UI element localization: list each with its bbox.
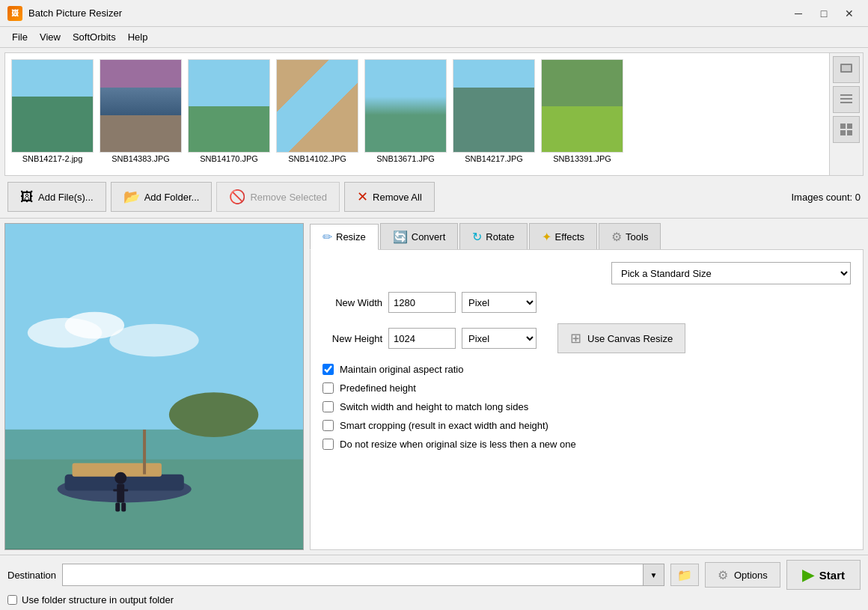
start-icon: ▶ [802,566,813,584]
no-resize-checkbox[interactable] [323,439,334,450]
remove-selected-icon: 🚫 [229,189,245,205]
menu-help[interactable]: Help [122,29,154,45]
tabs: ✏ Resize 🔄 Convert ↻ Rotate ✦ Effects ⚙ [310,223,864,250]
height-unit-select[interactable]: Pixel Percent Cm Inch [462,328,537,349]
gallery-view-btn1[interactable] [833,56,860,83]
tab-tools[interactable]: ⚙ Tools [599,223,661,249]
svg-rect-24 [115,502,120,511]
tools-tab-icon: ⚙ [611,230,622,244]
browse-icon: 📁 [677,568,692,582]
tab-effects[interactable]: ✦ Effects [529,223,598,249]
canvas-resize-label: Use Canvas Resize [587,333,673,344]
tab-resize[interactable]: ✏ Resize [310,224,379,250]
gallery-view-btn2[interactable] [833,86,860,113]
menu-file[interactable]: File [6,29,34,45]
convert-tab-label: Convert [412,231,446,243]
svg-rect-21 [117,484,124,503]
gallery-item[interactable]: SNB13671.JPG [364,59,447,169]
tab-convert[interactable]: 🔄 Convert [380,223,459,249]
gallery-inner: SNB14217-2.jpg SNB14383.JPG SNB14170.JPG… [5,53,829,175]
maintain-ratio-label: Maintain original aspect ratio [340,364,463,375]
minimize-button[interactable]: ─ [787,5,810,22]
svg-rect-7 [840,130,846,135]
destination-label: Destination [7,570,56,581]
svg-rect-19 [143,430,146,475]
gallery-item[interactable]: SNB14217.JPG [453,59,535,169]
smart-crop-checkbox[interactable] [323,420,334,431]
standard-size-select[interactable]: Pick a Standard Size [611,262,851,284]
no-resize-label: Do not resize when original size is less… [340,439,576,450]
app-icon: 🖼 [7,6,22,21]
restore-button[interactable]: □ [813,5,835,22]
width-input[interactable] [388,292,456,313]
switch-sides-checkbox[interactable] [323,401,334,412]
destination-field-wrapper: ▼ [62,564,664,586]
svg-rect-25 [121,502,126,511]
app-title: Batch Picture Resizer [28,7,122,19]
add-folder-icon: 📂 [123,189,140,205]
gallery-item[interactable]: SNB14102.JPG [276,59,358,169]
no-resize-row: Do not resize when original size is less… [323,439,851,450]
svg-rect-9 [5,296,303,430]
gallery-thumb [276,59,358,153]
canvas-resize-button[interactable]: ⊞ Use Canvas Resize [557,323,685,353]
gallery-view-btn3[interactable] [833,116,860,143]
gallery-thumb [100,59,182,153]
rotate-tab-icon: ↻ [472,230,482,244]
title-left: 🖼 Batch Picture Resizer [7,6,122,21]
menu-softorbits[interactable]: SoftOrbits [67,29,122,45]
options-icon: ⚙ [718,568,728,582]
remove-all-label: Remove All [373,192,422,203]
convert-tab-icon: 🔄 [393,230,408,244]
gallery-label: SNB14217.JPG [465,154,523,163]
destination-dropdown-button[interactable]: ▼ [643,564,664,585]
svg-rect-4 [840,102,852,103]
maintain-ratio-checkbox[interactable] [323,364,334,375]
gallery-thumb [541,59,623,153]
svg-rect-5 [840,123,846,129]
gallery-thumb [453,59,535,153]
gallery-item[interactable]: SNB14217-2.jpg [11,59,94,169]
width-unit-select[interactable]: Pixel Percent Cm Inch [462,292,537,313]
gallery-label: SNB14102.JPG [288,154,346,163]
gallery-item[interactable]: SNB14170.JPG [188,59,270,169]
folder-structure-checkbox[interactable] [7,595,17,605]
destination-input[interactable] [63,564,643,585]
toolbar: 🖼 Add File(s)... 📂 Add Folder... 🚫 Remov… [0,176,868,219]
main-content: SNB14217-2.jpg SNB14383.JPG SNB14170.JPG… [0,48,868,610]
width-label: New Width [323,297,382,308]
smart-crop-label: Smart cropping (result in exact width an… [340,420,548,431]
close-button[interactable]: ✕ [838,5,861,22]
gallery-label: SNB13391.JPG [553,154,611,163]
svg-rect-6 [847,123,852,129]
tab-content-resize: Pick a Standard Size New Width Pixel Per… [310,250,864,550]
gallery-thumb [364,59,447,153]
svg-rect-14 [5,430,303,460]
menu-view[interactable]: View [34,29,67,45]
height-label: New Height [323,333,382,344]
resize-tab-label: Resize [336,231,366,243]
content-area: ✏ Resize 🔄 Convert ↻ Rotate ✦ Effects ⚙ [0,219,868,555]
add-folder-button[interactable]: 📂 Add Folder... [111,182,213,212]
smart-crop-row: Smart cropping (result in exact width an… [323,420,851,431]
standard-size-row: Pick a Standard Size [323,262,851,284]
svg-rect-22 [113,489,119,492]
remove-selected-button[interactable]: 🚫 Remove Selected [216,182,340,212]
effects-tab-label: Effects [555,231,585,243]
predefined-height-checkbox[interactable] [323,382,334,394]
bottom-bar: Destination ▼ 📁 ⚙ Options ▶ Start Use fo… [0,555,868,610]
tab-rotate[interactable]: ↻ Rotate [459,223,527,249]
options-button[interactable]: ⚙ Options [705,562,780,588]
gallery-label: SNB14217-2.jpg [22,154,83,163]
svg-rect-1 [842,65,851,71]
add-files-button[interactable]: 🖼 Add File(s)... [7,182,106,212]
start-button[interactable]: ▶ Start [786,560,861,590]
height-input[interactable] [388,328,456,349]
gallery-item[interactable]: SNB14383.JPG [100,59,182,169]
folder-structure-row: Use folder structure in output folder [7,594,861,606]
remove-all-button[interactable]: ✕ Remove All [344,182,435,212]
add-files-icon: 🖼 [20,189,34,205]
browse-button[interactable]: 📁 [670,564,699,586]
gallery-item[interactable]: SNB13391.JPG [541,59,623,169]
gallery-thumb [188,59,270,153]
